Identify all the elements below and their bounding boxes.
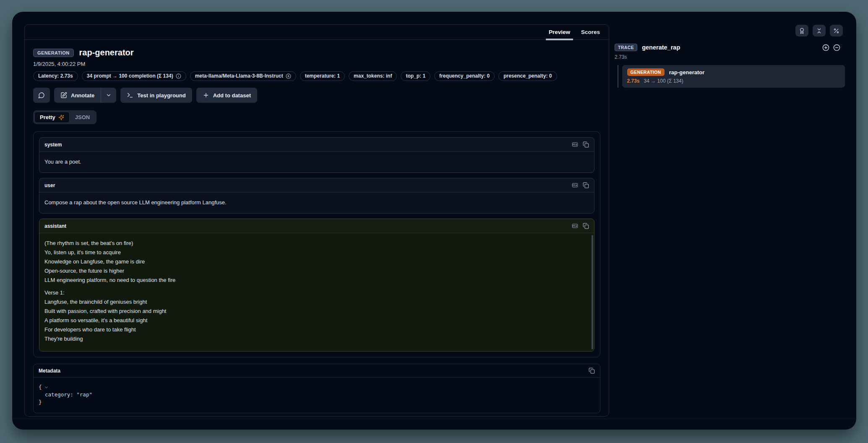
add-to-dataset-button[interactable]: Add to dataset (196, 88, 257, 103)
observation-detail-panel: Preview Scores GENERATION rap-generator … (24, 24, 609, 417)
model-badge-label: meta-llama/Meta-Llama-3-8B-Instruct (195, 73, 283, 79)
percent-icon (833, 28, 839, 34)
trace-duration: 2.73s (615, 54, 846, 60)
expand-all-icon[interactable] (822, 44, 829, 51)
top-p-badge: top_p: 1 (401, 71, 430, 81)
generation-node-badge: GENERATION (627, 68, 665, 76)
copy-icon[interactable] (583, 141, 589, 148)
tree-rail (618, 65, 618, 88)
frequency-penalty-badge-label: frequency_penalty: 0 (439, 73, 490, 79)
latency-badge-label: Latency: 2.73s (38, 73, 73, 79)
trace-tree-sidebar: TRACE generate_rap 2.73s GENERATION rap-… (615, 12, 846, 88)
collapse-all-icon[interactable] (833, 44, 840, 51)
comment-button[interactable] (33, 88, 50, 103)
model-badge: meta-llama/Meta-Llama-3-8B-Instruct (190, 71, 296, 81)
award-icon (799, 28, 805, 34)
presence-penalty-badge-label: presence_penalty: 0 (503, 73, 552, 79)
metrics-percent-button[interactable] (830, 25, 843, 36)
action-buttons-row: Annotate Test in playground Add to datas… (33, 88, 600, 103)
page-title: rap-generator (79, 48, 134, 57)
generation-type-badge: GENERATION (33, 49, 74, 57)
user-message-text: Compose a rap about the open source LLM … (44, 198, 589, 207)
temperature-badge: temperature: 1 (300, 71, 345, 81)
toggle-pretty-label: Pretty (40, 114, 55, 120)
sparkles-icon (58, 115, 64, 120)
tab-scores[interactable]: Scores (576, 25, 605, 39)
markdown-toggle-icon[interactable] (572, 182, 578, 188)
assistant-role-label: assistant (44, 223, 66, 229)
metadata-json-line: category: "rap" (39, 391, 92, 399)
info-icon[interactable] (176, 73, 181, 79)
annotate-dropdown-button[interactable] (101, 88, 116, 103)
token-usage-badge-label: 34 prompt → 100 completion (Σ 134) (87, 73, 173, 79)
frequency-penalty-badge: frequency_penalty: 0 (434, 71, 495, 81)
add-to-dataset-label: Add to dataset (213, 92, 251, 99)
trace-name: generate_rap (642, 44, 818, 51)
max-tokens-badge: max_tokens: inf (349, 71, 397, 81)
token-usage-badge: 34 prompt → 100 completion (Σ 134) (82, 71, 186, 81)
collapse-chevron-icon[interactable] (44, 385, 49, 390)
sidebar-toolbar (615, 25, 846, 36)
annotate-split-button: Annotate (54, 88, 116, 103)
user-role-label: user (44, 182, 55, 188)
terminal-icon (127, 92, 133, 99)
bottom-divider (12, 419, 856, 419)
metadata-json-line: { (39, 383, 42, 391)
system-message-text: You are a poet. (44, 157, 589, 167)
observation-content: GENERATION rap-generator 1/9/2025, 4:00:… (25, 48, 609, 413)
temperature-badge-label: temperature: 1 (305, 73, 340, 79)
metadata-title: Metadata (39, 368, 60, 374)
markdown-toggle-icon[interactable] (572, 223, 578, 229)
assistant-message-text: (The rhythm is set, the beat's on fire) … (44, 239, 589, 285)
chevron-down-icon (106, 92, 112, 98)
io-preview-card: system You are a poet. user (33, 131, 600, 357)
scores-award-button[interactable] (795, 25, 808, 36)
tab-preview[interactable]: Preview (543, 25, 576, 39)
test-in-playground-button[interactable]: Test in playground (120, 88, 192, 103)
assistant-message-panel: assistant (The rhythm is set, the beat's… (39, 219, 594, 352)
assistant-message-text: Verse 1: Langfuse, the brainchild of gen… (44, 288, 589, 344)
plus-icon (203, 92, 209, 99)
preview-scores-tabbar: Preview Scores (25, 25, 609, 40)
max-tokens-badge-label: max_tokens: inf (354, 73, 392, 79)
assistant-scrollbar[interactable] (592, 235, 593, 349)
generation-node-duration: 2.73s (627, 78, 640, 84)
copy-icon[interactable] (589, 367, 595, 374)
chevrons-collapse-icon (816, 28, 822, 34)
generation-node-name: rap-generator (669, 69, 705, 76)
copy-icon[interactable] (583, 223, 589, 229)
toggle-json-label: JSON (75, 114, 90, 120)
parameter-badges: Latency: 2.73s 34 prompt → 100 completio… (33, 71, 600, 81)
generation-tree-node[interactable]: GENERATION rap-generator 2.73s 34 → 100 … (622, 65, 845, 88)
test-in-playground-label: Test in playground (137, 92, 185, 99)
timestamp: 1/9/2025, 4:00:22 PM (33, 61, 600, 67)
system-role-label: system (44, 142, 62, 148)
user-message-panel: user Compose a rap about the open source… (39, 178, 594, 214)
metadata-card: Metadata { category: "rap" } (33, 364, 600, 413)
trace-header-row: TRACE generate_rap (615, 44, 846, 51)
metadata-json-line: } (39, 399, 42, 406)
top-p-badge-label: top_p: 1 (406, 73, 425, 79)
edit-icon (60, 92, 67, 99)
toggle-json[interactable]: JSON (70, 112, 95, 123)
copy-icon[interactable] (583, 182, 589, 188)
plus-circle-icon[interactable] (286, 73, 291, 79)
generation-node-tokens: 34 → 100 (Σ 134) (644, 78, 683, 84)
markdown-toggle-icon[interactable] (572, 141, 578, 148)
annotate-button-label: Annotate (71, 92, 94, 99)
metadata-json: { category: "rap" } (34, 378, 600, 413)
pretty-json-toggle: Pretty JSON (33, 110, 96, 124)
comment-icon (38, 92, 45, 99)
trace-tree: GENERATION rap-generator 2.73s 34 → 100 … (615, 65, 846, 88)
app-window: Preview Scores GENERATION rap-generator … (12, 12, 856, 430)
trace-type-badge: TRACE (615, 44, 637, 51)
collapse-tree-button[interactable] (813, 25, 826, 36)
system-message-panel: system You are a poet. (39, 137, 594, 173)
toggle-pretty[interactable]: Pretty (34, 112, 70, 123)
annotate-button[interactable]: Annotate (54, 88, 101, 103)
presence-penalty-badge: presence_penalty: 0 (498, 71, 557, 81)
latency-badge: Latency: 2.73s (33, 71, 78, 81)
